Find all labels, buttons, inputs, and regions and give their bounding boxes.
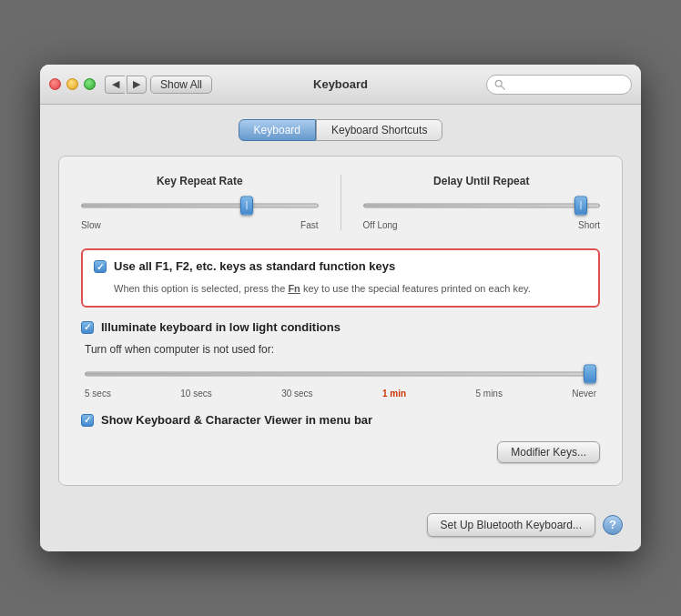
- settings-panel: Key Repeat Rate Slow Fast Delay Until Re…: [58, 156, 623, 485]
- delay-repeat-slider[interactable]: [363, 197, 601, 215]
- search-input[interactable]: [509, 78, 624, 91]
- key-repeat-slow: Slow: [81, 220, 101, 230]
- close-button[interactable]: [49, 78, 61, 90]
- fn-key-label: Fn: [288, 283, 300, 294]
- delay-repeat-short: Short: [578, 220, 600, 230]
- nav-buttons: ◀ ▶: [105, 76, 147, 94]
- delay-repeat-section: Delay Until Repeat Off Long Short: [340, 175, 601, 230]
- svg-line-1: [501, 86, 504, 89]
- fn-desc-after: key to use the special features printed …: [300, 283, 531, 294]
- back-button[interactable]: ◀: [105, 76, 125, 94]
- modifier-keys-button[interactable]: Modifier Keys...: [497, 441, 600, 463]
- bluetooth-button[interactable]: Set Up Bluetooth Keyboard...: [427, 513, 595, 537]
- zoom-button[interactable]: [84, 78, 96, 90]
- timeout-thumb[interactable]: [584, 364, 596, 383]
- character-viewer-label: Show Keyboard & Character Viewer in menu…: [101, 413, 372, 427]
- timeout-5m: 5 mins: [475, 389, 502, 399]
- show-all-button[interactable]: Show All: [150, 76, 212, 94]
- illuminate-checkbox[interactable]: [81, 321, 94, 334]
- function-keys-checkbox[interactable]: [94, 260, 107, 273]
- key-repeat-sublabels: Slow Fast: [81, 220, 319, 230]
- turn-off-label: Turn off when computer is not used for:: [85, 343, 596, 356]
- timeout-track: [85, 371, 596, 376]
- timeout-30s: 30 secs: [281, 389, 312, 399]
- search-icon: [494, 79, 505, 90]
- minimize-button[interactable]: [66, 78, 78, 90]
- tab-keyboard[interactable]: Keyboard: [239, 119, 316, 141]
- key-repeat-fast: Fast: [300, 220, 318, 230]
- delay-repeat-label: Delay Until Repeat: [363, 175, 601, 187]
- function-keys-label: Use all F1, F2, etc. keys as standard fu…: [114, 259, 395, 273]
- titlebar: ◀ ▶ Show All Keyboard: [40, 65, 641, 105]
- function-keys-row: Use all F1, F2, etc. keys as standard fu…: [94, 259, 587, 273]
- key-repeat-track: [81, 204, 319, 208]
- key-repeat-label: Key Repeat Rate: [81, 175, 319, 187]
- key-repeat-thumb[interactable]: [240, 197, 253, 216]
- fn-desc-before: When this option is selected, press the: [114, 283, 288, 294]
- function-keys-box: Use all F1, F2, etc. keys as standard fu…: [81, 248, 600, 307]
- timeout-10s: 10 secs: [180, 389, 211, 399]
- keyboard-window: ◀ ▶ Show All Keyboard Keyboard Keyboard …: [40, 65, 641, 550]
- tab-bar: Keyboard Keyboard Shortcuts: [58, 119, 623, 141]
- character-viewer-row: Show Keyboard & Character Viewer in menu…: [81, 413, 600, 427]
- timeout-sublabels: 5 secs 10 secs 30 secs 1 min 5 mins Neve…: [85, 389, 596, 399]
- content-area: Keyboard Keyboard Shortcuts Key Repeat R…: [40, 105, 641, 503]
- key-repeat-section: Key Repeat Rate Slow Fast: [81, 175, 319, 230]
- character-viewer-checkbox[interactable]: [81, 414, 94, 427]
- panel-bottom-buttons: Modifier Keys...: [81, 441, 600, 463]
- search-box[interactable]: [486, 75, 632, 95]
- window-title: Keyboard: [313, 77, 368, 91]
- key-repeat-slider[interactable]: [81, 197, 319, 215]
- timeout-section: Turn off when computer is not used for: …: [81, 343, 600, 399]
- function-keys-desc: When this option is selected, press the …: [114, 282, 587, 296]
- sliders-row: Key Repeat Rate Slow Fast Delay Until Re…: [81, 175, 600, 230]
- delay-repeat-sublabels: Off Long Short: [363, 220, 601, 230]
- delay-repeat-off-long: Off Long: [363, 220, 398, 230]
- delay-repeat-track: [363, 204, 601, 208]
- timeout-never: Never: [572, 389, 596, 399]
- illuminate-label: Illuminate keyboard in low light conditi…: [101, 320, 340, 334]
- timeout-slider[interactable]: [85, 363, 596, 385]
- illuminate-row: Illuminate keyboard in low light conditi…: [81, 320, 600, 334]
- delay-repeat-thumb[interactable]: [574, 197, 587, 216]
- forward-button[interactable]: ▶: [127, 76, 147, 94]
- help-button[interactable]: ?: [603, 515, 623, 535]
- tab-keyboard-shortcuts[interactable]: Keyboard Shortcuts: [316, 119, 442, 141]
- timeout-1m: 1 min: [382, 389, 406, 399]
- footer: Set Up Bluetooth Keyboard... ?: [40, 504, 641, 551]
- timeout-5s: 5 secs: [85, 389, 111, 399]
- traffic-lights: [49, 78, 96, 90]
